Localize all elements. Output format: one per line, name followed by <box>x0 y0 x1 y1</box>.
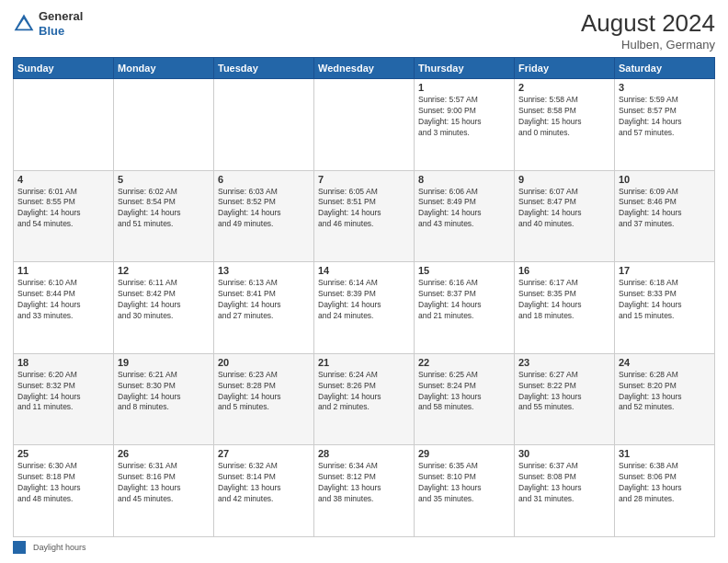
day-cell: 19Sunrise: 6:21 AM Sunset: 8:30 PM Dayli… <box>114 353 214 445</box>
day-number: 26 <box>118 448 210 459</box>
day-info: Sunrise: 6:16 AM Sunset: 8:37 PM Dayligh… <box>418 278 510 322</box>
day-cell <box>14 79 114 171</box>
day-number: 11 <box>17 265 109 276</box>
logo: General Blue <box>13 9 83 38</box>
location: Hulben, Germany <box>581 38 715 52</box>
col-header-friday: Friday <box>515 58 615 79</box>
day-cell: 6Sunrise: 6:03 AM Sunset: 8:52 PM Daylig… <box>214 170 314 262</box>
day-info: Sunrise: 6:14 AM Sunset: 8:39 PM Dayligh… <box>318 278 410 322</box>
logo-icon <box>13 13 35 35</box>
day-cell: 20Sunrise: 6:23 AM Sunset: 8:28 PM Dayli… <box>214 353 314 445</box>
day-info: Sunrise: 6:31 AM Sunset: 8:16 PM Dayligh… <box>118 461 210 505</box>
day-cell: 9Sunrise: 6:07 AM Sunset: 8:47 PM Daylig… <box>515 170 615 262</box>
logo-general: General <box>39 9 83 23</box>
day-info: Sunrise: 6:28 AM Sunset: 8:20 PM Dayligh… <box>619 370 711 414</box>
week-row-1: 1Sunrise: 5:57 AM Sunset: 9:00 PM Daylig… <box>14 79 715 171</box>
col-header-wednesday: Wednesday <box>314 58 415 79</box>
day-info: Sunrise: 6:17 AM Sunset: 8:35 PM Dayligh… <box>518 278 610 322</box>
day-number: 22 <box>418 357 510 368</box>
day-info: Sunrise: 6:23 AM Sunset: 8:28 PM Dayligh… <box>218 370 310 414</box>
day-info: Sunrise: 6:10 AM Sunset: 8:44 PM Dayligh… <box>17 278 109 322</box>
day-cell: 14Sunrise: 6:14 AM Sunset: 8:39 PM Dayli… <box>314 262 415 354</box>
day-cell: 28Sunrise: 6:34 AM Sunset: 8:12 PM Dayli… <box>314 445 415 537</box>
col-header-thursday: Thursday <box>415 58 515 79</box>
week-row-2: 4Sunrise: 6:01 AM Sunset: 8:55 PM Daylig… <box>14 170 715 262</box>
col-header-sunday: Sunday <box>14 58 114 79</box>
col-header-tuesday: Tuesday <box>214 58 314 79</box>
day-cell: 3Sunrise: 5:59 AM Sunset: 8:57 PM Daylig… <box>615 79 715 171</box>
day-number: 8 <box>418 174 510 185</box>
day-cell: 18Sunrise: 6:20 AM Sunset: 8:32 PM Dayli… <box>14 353 114 445</box>
day-info: Sunrise: 6:01 AM Sunset: 8:55 PM Dayligh… <box>17 187 109 231</box>
col-header-monday: Monday <box>114 58 214 79</box>
title-block: August 2024 Hulben, Germany <box>581 9 715 52</box>
day-cell: 26Sunrise: 6:31 AM Sunset: 8:16 PM Dayli… <box>114 445 214 537</box>
day-info: Sunrise: 6:09 AM Sunset: 8:46 PM Dayligh… <box>619 187 711 231</box>
day-cell <box>314 79 415 171</box>
legend-box <box>13 541 26 554</box>
day-number: 25 <box>17 448 109 459</box>
day-cell: 11Sunrise: 6:10 AM Sunset: 8:44 PM Dayli… <box>14 262 114 354</box>
day-cell: 23Sunrise: 6:27 AM Sunset: 8:22 PM Dayli… <box>515 353 615 445</box>
day-cell <box>114 79 214 171</box>
day-number: 9 <box>518 174 610 185</box>
day-info: Sunrise: 6:13 AM Sunset: 8:41 PM Dayligh… <box>218 278 310 322</box>
day-number: 16 <box>518 265 610 276</box>
day-number: 10 <box>619 174 711 185</box>
day-info: Sunrise: 6:02 AM Sunset: 8:54 PM Dayligh… <box>118 187 210 231</box>
day-info: Sunrise: 6:27 AM Sunset: 8:22 PM Dayligh… <box>518 370 610 414</box>
day-cell: 12Sunrise: 6:11 AM Sunset: 8:42 PM Dayli… <box>114 262 214 354</box>
day-number: 20 <box>218 357 310 368</box>
day-cell: 30Sunrise: 6:37 AM Sunset: 8:08 PM Dayli… <box>515 445 615 537</box>
day-cell: 8Sunrise: 6:06 AM Sunset: 8:49 PM Daylig… <box>415 170 515 262</box>
day-info: Sunrise: 6:03 AM Sunset: 8:52 PM Dayligh… <box>218 187 310 231</box>
day-cell: 16Sunrise: 6:17 AM Sunset: 8:35 PM Dayli… <box>515 262 615 354</box>
day-info: Sunrise: 6:32 AM Sunset: 8:14 PM Dayligh… <box>218 461 310 505</box>
day-number: 17 <box>619 265 711 276</box>
calendar-table: SundayMondayTuesdayWednesdayThursdayFrid… <box>13 57 715 537</box>
day-cell: 2Sunrise: 5:58 AM Sunset: 8:58 PM Daylig… <box>515 79 615 171</box>
day-cell: 7Sunrise: 6:05 AM Sunset: 8:51 PM Daylig… <box>314 170 415 262</box>
page: General Blue August 2024 Hulben, Germany… <box>0 0 728 563</box>
day-cell: 15Sunrise: 6:16 AM Sunset: 8:37 PM Dayli… <box>415 262 515 354</box>
day-info: Sunrise: 6:30 AM Sunset: 8:18 PM Dayligh… <box>17 461 109 505</box>
day-cell: 13Sunrise: 6:13 AM Sunset: 8:41 PM Dayli… <box>214 262 314 354</box>
day-number: 23 <box>518 357 610 368</box>
day-number: 13 <box>218 265 310 276</box>
day-info: Sunrise: 6:25 AM Sunset: 8:24 PM Dayligh… <box>418 370 510 414</box>
day-info: Sunrise: 5:57 AM Sunset: 9:00 PM Dayligh… <box>418 95 510 139</box>
day-info: Sunrise: 6:24 AM Sunset: 8:26 PM Dayligh… <box>318 370 410 414</box>
col-header-saturday: Saturday <box>615 58 715 79</box>
day-cell <box>214 79 314 171</box>
day-number: 1 <box>418 82 510 93</box>
day-info: Sunrise: 6:18 AM Sunset: 8:33 PM Dayligh… <box>619 278 711 322</box>
header: General Blue August 2024 Hulben, Germany <box>13 9 715 52</box>
day-number: 5 <box>118 174 210 185</box>
day-cell: 21Sunrise: 6:24 AM Sunset: 8:26 PM Dayli… <box>314 353 415 445</box>
day-number: 19 <box>118 357 210 368</box>
day-cell: 25Sunrise: 6:30 AM Sunset: 8:18 PM Dayli… <box>14 445 114 537</box>
day-info: Sunrise: 6:37 AM Sunset: 8:08 PM Dayligh… <box>518 461 610 505</box>
day-number: 15 <box>418 265 510 276</box>
week-row-4: 18Sunrise: 6:20 AM Sunset: 8:32 PM Dayli… <box>14 353 715 445</box>
day-cell: 29Sunrise: 6:35 AM Sunset: 8:10 PM Dayli… <box>415 445 515 537</box>
week-row-5: 25Sunrise: 6:30 AM Sunset: 8:18 PM Dayli… <box>14 445 715 537</box>
day-info: Sunrise: 6:20 AM Sunset: 8:32 PM Dayligh… <box>17 370 109 414</box>
day-number: 3 <box>619 82 711 93</box>
day-cell: 24Sunrise: 6:28 AM Sunset: 8:20 PM Dayli… <box>615 353 715 445</box>
day-number: 31 <box>619 448 711 459</box>
day-info: Sunrise: 6:21 AM Sunset: 8:30 PM Dayligh… <box>118 370 210 414</box>
day-number: 27 <box>218 448 310 459</box>
day-number: 24 <box>619 357 711 368</box>
day-cell: 5Sunrise: 6:02 AM Sunset: 8:54 PM Daylig… <box>114 170 214 262</box>
logo-blue: Blue <box>39 24 64 38</box>
day-cell: 17Sunrise: 6:18 AM Sunset: 8:33 PM Dayli… <box>615 262 715 354</box>
day-info: Sunrise: 6:34 AM Sunset: 8:12 PM Dayligh… <box>318 461 410 505</box>
day-info: Sunrise: 5:58 AM Sunset: 8:58 PM Dayligh… <box>518 95 610 139</box>
day-cell: 27Sunrise: 6:32 AM Sunset: 8:14 PM Dayli… <box>214 445 314 537</box>
day-number: 6 <box>218 174 310 185</box>
day-number: 29 <box>418 448 510 459</box>
day-number: 28 <box>318 448 410 459</box>
day-number: 30 <box>518 448 610 459</box>
legend-label: Daylight hours <box>33 543 86 552</box>
